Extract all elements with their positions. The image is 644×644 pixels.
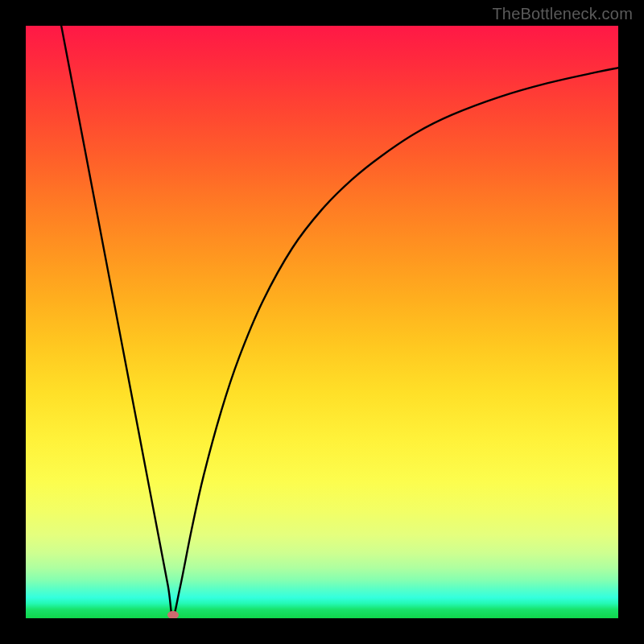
chart-frame: TheBottleneck.com xyxy=(0,0,644,644)
watermark-label: TheBottleneck.com xyxy=(492,5,633,23)
plot-area xyxy=(26,26,618,618)
bottleneck-curve xyxy=(26,26,618,618)
best-match-marker xyxy=(167,611,179,618)
